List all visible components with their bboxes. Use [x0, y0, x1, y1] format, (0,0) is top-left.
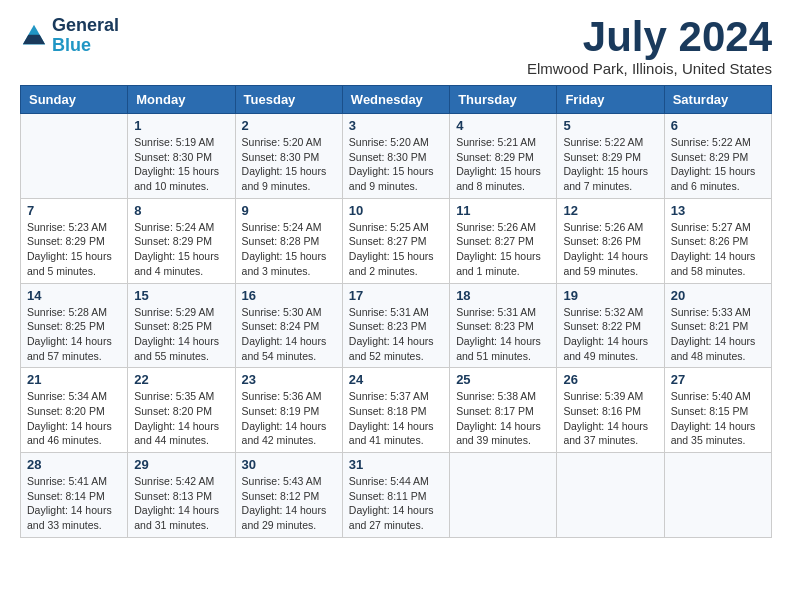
- weekday-header-friday: Friday: [557, 86, 664, 114]
- day-number: 19: [563, 288, 657, 303]
- day-number: 24: [349, 372, 443, 387]
- calendar-cell: 5Sunrise: 5:22 AMSunset: 8:29 PMDaylight…: [557, 114, 664, 199]
- logo-icon: [20, 22, 48, 50]
- day-number: 8: [134, 203, 228, 218]
- calendar-cell: 7Sunrise: 5:23 AMSunset: 8:29 PMDaylight…: [21, 198, 128, 283]
- day-detail: Sunrise: 5:42 AMSunset: 8:13 PMDaylight:…: [134, 474, 228, 533]
- day-number: 16: [242, 288, 336, 303]
- day-number: 9: [242, 203, 336, 218]
- calendar-week-4: 21Sunrise: 5:34 AMSunset: 8:20 PMDayligh…: [21, 368, 772, 453]
- day-number: 2: [242, 118, 336, 133]
- calendar-cell: 10Sunrise: 5:25 AMSunset: 8:27 PMDayligh…: [342, 198, 449, 283]
- calendar-cell: [450, 453, 557, 538]
- calendar-cell: 24Sunrise: 5:37 AMSunset: 8:18 PMDayligh…: [342, 368, 449, 453]
- day-number: 17: [349, 288, 443, 303]
- day-detail: Sunrise: 5:24 AMSunset: 8:28 PMDaylight:…: [242, 220, 336, 279]
- day-number: 7: [27, 203, 121, 218]
- day-detail: Sunrise: 5:40 AMSunset: 8:15 PMDaylight:…: [671, 389, 765, 448]
- day-detail: Sunrise: 5:20 AMSunset: 8:30 PMDaylight:…: [349, 135, 443, 194]
- calendar-cell: 14Sunrise: 5:28 AMSunset: 8:25 PMDayligh…: [21, 283, 128, 368]
- day-number: 20: [671, 288, 765, 303]
- weekday-header-thursday: Thursday: [450, 86, 557, 114]
- calendar-cell: 3Sunrise: 5:20 AMSunset: 8:30 PMDaylight…: [342, 114, 449, 199]
- day-number: 11: [456, 203, 550, 218]
- day-number: 6: [671, 118, 765, 133]
- calendar-cell: 1Sunrise: 5:19 AMSunset: 8:30 PMDaylight…: [128, 114, 235, 199]
- day-number: 5: [563, 118, 657, 133]
- day-detail: Sunrise: 5:22 AMSunset: 8:29 PMDaylight:…: [671, 135, 765, 194]
- day-detail: Sunrise: 5:38 AMSunset: 8:17 PMDaylight:…: [456, 389, 550, 448]
- calendar-table: SundayMondayTuesdayWednesdayThursdayFrid…: [20, 85, 772, 538]
- day-number: 14: [27, 288, 121, 303]
- day-detail: Sunrise: 5:31 AMSunset: 8:23 PMDaylight:…: [349, 305, 443, 364]
- calendar-cell: 9Sunrise: 5:24 AMSunset: 8:28 PMDaylight…: [235, 198, 342, 283]
- day-detail: Sunrise: 5:36 AMSunset: 8:19 PMDaylight:…: [242, 389, 336, 448]
- weekday-header-saturday: Saturday: [664, 86, 771, 114]
- day-detail: Sunrise: 5:32 AMSunset: 8:22 PMDaylight:…: [563, 305, 657, 364]
- weekday-header-wednesday: Wednesday: [342, 86, 449, 114]
- calendar-header: SundayMondayTuesdayWednesdayThursdayFrid…: [21, 86, 772, 114]
- day-number: 23: [242, 372, 336, 387]
- calendar-cell: 18Sunrise: 5:31 AMSunset: 8:23 PMDayligh…: [450, 283, 557, 368]
- calendar-cell: 23Sunrise: 5:36 AMSunset: 8:19 PMDayligh…: [235, 368, 342, 453]
- calendar-cell: 17Sunrise: 5:31 AMSunset: 8:23 PMDayligh…: [342, 283, 449, 368]
- calendar-cell: 27Sunrise: 5:40 AMSunset: 8:15 PMDayligh…: [664, 368, 771, 453]
- day-number: 22: [134, 372, 228, 387]
- day-detail: Sunrise: 5:24 AMSunset: 8:29 PMDaylight:…: [134, 220, 228, 279]
- day-number: 31: [349, 457, 443, 472]
- day-detail: Sunrise: 5:43 AMSunset: 8:12 PMDaylight:…: [242, 474, 336, 533]
- day-detail: Sunrise: 5:26 AMSunset: 8:26 PMDaylight:…: [563, 220, 657, 279]
- weekday-header-tuesday: Tuesday: [235, 86, 342, 114]
- day-detail: Sunrise: 5:35 AMSunset: 8:20 PMDaylight:…: [134, 389, 228, 448]
- day-detail: Sunrise: 5:26 AMSunset: 8:27 PMDaylight:…: [456, 220, 550, 279]
- day-number: 21: [27, 372, 121, 387]
- day-number: 3: [349, 118, 443, 133]
- day-detail: Sunrise: 5:23 AMSunset: 8:29 PMDaylight:…: [27, 220, 121, 279]
- calendar-cell: 4Sunrise: 5:21 AMSunset: 8:29 PMDaylight…: [450, 114, 557, 199]
- calendar-cell: 13Sunrise: 5:27 AMSunset: 8:26 PMDayligh…: [664, 198, 771, 283]
- day-number: 25: [456, 372, 550, 387]
- day-number: 15: [134, 288, 228, 303]
- calendar-cell: 11Sunrise: 5:26 AMSunset: 8:27 PMDayligh…: [450, 198, 557, 283]
- day-detail: Sunrise: 5:22 AMSunset: 8:29 PMDaylight:…: [563, 135, 657, 194]
- day-detail: Sunrise: 5:39 AMSunset: 8:16 PMDaylight:…: [563, 389, 657, 448]
- page-header: General Blue July 2024 Elmwood Park, Ill…: [20, 16, 772, 77]
- day-detail: Sunrise: 5:33 AMSunset: 8:21 PMDaylight:…: [671, 305, 765, 364]
- day-number: 13: [671, 203, 765, 218]
- calendar-cell: 16Sunrise: 5:30 AMSunset: 8:24 PMDayligh…: [235, 283, 342, 368]
- calendar-cell: 30Sunrise: 5:43 AMSunset: 8:12 PMDayligh…: [235, 453, 342, 538]
- calendar-cell: 26Sunrise: 5:39 AMSunset: 8:16 PMDayligh…: [557, 368, 664, 453]
- calendar-cell: 20Sunrise: 5:33 AMSunset: 8:21 PMDayligh…: [664, 283, 771, 368]
- day-number: 10: [349, 203, 443, 218]
- logo-text: General Blue: [52, 16, 119, 56]
- day-detail: Sunrise: 5:21 AMSunset: 8:29 PMDaylight:…: [456, 135, 550, 194]
- month-title: July 2024: [527, 16, 772, 58]
- calendar-cell: 31Sunrise: 5:44 AMSunset: 8:11 PMDayligh…: [342, 453, 449, 538]
- day-detail: Sunrise: 5:41 AMSunset: 8:14 PMDaylight:…: [27, 474, 121, 533]
- day-detail: Sunrise: 5:34 AMSunset: 8:20 PMDaylight:…: [27, 389, 121, 448]
- logo: General Blue: [20, 16, 119, 56]
- day-detail: Sunrise: 5:31 AMSunset: 8:23 PMDaylight:…: [456, 305, 550, 364]
- calendar-cell: 6Sunrise: 5:22 AMSunset: 8:29 PMDaylight…: [664, 114, 771, 199]
- calendar-cell: 19Sunrise: 5:32 AMSunset: 8:22 PMDayligh…: [557, 283, 664, 368]
- day-detail: Sunrise: 5:29 AMSunset: 8:25 PMDaylight:…: [134, 305, 228, 364]
- day-number: 28: [27, 457, 121, 472]
- calendar-cell: 22Sunrise: 5:35 AMSunset: 8:20 PMDayligh…: [128, 368, 235, 453]
- calendar-week-2: 7Sunrise: 5:23 AMSunset: 8:29 PMDaylight…: [21, 198, 772, 283]
- calendar-cell: 28Sunrise: 5:41 AMSunset: 8:14 PMDayligh…: [21, 453, 128, 538]
- day-number: 1: [134, 118, 228, 133]
- calendar-cell: 8Sunrise: 5:24 AMSunset: 8:29 PMDaylight…: [128, 198, 235, 283]
- day-number: 27: [671, 372, 765, 387]
- day-number: 30: [242, 457, 336, 472]
- day-number: 29: [134, 457, 228, 472]
- day-number: 18: [456, 288, 550, 303]
- calendar-week-5: 28Sunrise: 5:41 AMSunset: 8:14 PMDayligh…: [21, 453, 772, 538]
- calendar-cell: 29Sunrise: 5:42 AMSunset: 8:13 PMDayligh…: [128, 453, 235, 538]
- day-detail: Sunrise: 5:28 AMSunset: 8:25 PMDaylight:…: [27, 305, 121, 364]
- location: Elmwood Park, Illinois, United States: [527, 60, 772, 77]
- calendar-cell: [21, 114, 128, 199]
- day-number: 12: [563, 203, 657, 218]
- day-number: 26: [563, 372, 657, 387]
- calendar-cell: 21Sunrise: 5:34 AMSunset: 8:20 PMDayligh…: [21, 368, 128, 453]
- day-detail: Sunrise: 5:30 AMSunset: 8:24 PMDaylight:…: [242, 305, 336, 364]
